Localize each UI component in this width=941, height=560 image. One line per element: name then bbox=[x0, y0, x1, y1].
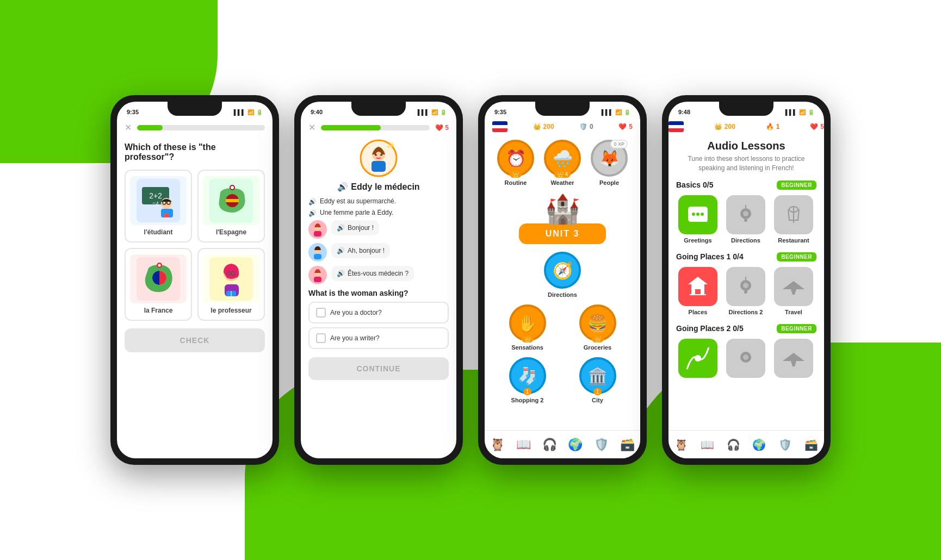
nav-cards-4[interactable]: 🗃️ bbox=[804, 438, 818, 451]
time-3: 9:35 bbox=[494, 109, 506, 115]
wifi-icon-3: 📶 bbox=[615, 109, 622, 115]
restaurant-img bbox=[774, 195, 813, 234]
close-button-2[interactable]: ✕ bbox=[308, 122, 315, 133]
xp-display: 👑 200 bbox=[533, 123, 554, 130]
audio-icon-1[interactable]: 🔊 bbox=[308, 198, 317, 206]
battery-icon-3: 🔋 bbox=[624, 109, 630, 115]
unit-item-directions[interactable]: 🧭 Directions bbox=[541, 252, 584, 298]
phones-container: 9:35 ▌▌▌ 📶 🔋 ✕ Which of these is "the pr… bbox=[110, 95, 831, 465]
unit-item-groceries[interactable]: 🍔 👑 Groceries bbox=[576, 304, 620, 351]
story-content: ✕ ❤️ 5 bbox=[301, 118, 456, 380]
svg-point-65 bbox=[744, 290, 747, 294]
quiz-card-1[interactable]: 2+2 =4 bbox=[125, 170, 192, 242]
checkbox-1[interactable] bbox=[316, 308, 326, 318]
card-label-3: la France bbox=[130, 307, 187, 314]
dialogue-2: 🔊 Ah, bonjour ! bbox=[308, 243, 449, 262]
story-line-1: 🔊 Eddy est au supermarché. bbox=[308, 197, 449, 206]
unit-item-city[interactable]: 🏛️ 1 City bbox=[576, 357, 620, 403]
nav-cards-3[interactable]: 🗃️ bbox=[620, 438, 635, 452]
svg-text:=4: =4 bbox=[152, 201, 159, 207]
lesson-restaurant[interactable]: Restaurant bbox=[772, 195, 815, 244]
unit-label-weather: Weather bbox=[550, 179, 574, 186]
section-header-basics: Basics 0/5 BEGINNER bbox=[676, 181, 816, 190]
units-scroll[interactable]: ⏰ 👑 Routine 🌧️ 👑 4 Weather bbox=[485, 135, 640, 438]
nav-book-3[interactable]: 📖 bbox=[516, 438, 531, 452]
quiz-card-3[interactable]: la France bbox=[125, 248, 192, 321]
nav-shield-4[interactable]: 🛡️ bbox=[778, 438, 792, 451]
option-2[interactable]: Are you a writer? bbox=[308, 327, 449, 349]
lesson-gp2-2[interactable] bbox=[724, 339, 767, 381]
notch-1 bbox=[168, 102, 222, 116]
bubble-3: 🔊 Êtes-vous médecin ? bbox=[331, 266, 414, 281]
unit-label-city: City bbox=[592, 397, 603, 403]
card-label-4: le professeur bbox=[203, 307, 259, 314]
status-icons-3: ▌▌▌ 📶 🔋 bbox=[602, 109, 630, 115]
check-button[interactable]: CHECK bbox=[125, 328, 265, 352]
option-text-1: Are you a doctor? bbox=[330, 309, 382, 316]
checkbox-2[interactable] bbox=[316, 333, 326, 343]
nav-globe-4[interactable]: 🌍 bbox=[752, 438, 766, 451]
nav-home-4[interactable]: 🦉 bbox=[674, 438, 688, 451]
hearts-display-4: ❤️ 5 bbox=[810, 123, 824, 130]
option-1[interactable]: Are you a doctor? bbox=[308, 302, 449, 323]
status-icons-2: ▌▌▌ 📶 🔋 bbox=[418, 109, 447, 115]
lesson-greetings[interactable]: Greetings bbox=[676, 195, 720, 244]
unit-circle-shopping2: 🧦 1 bbox=[509, 357, 546, 394]
hearts-display-2: ❤️ 5 bbox=[435, 124, 449, 132]
lesson-directions-1[interactable]: Directions bbox=[724, 195, 767, 244]
audio-icon-d3[interactable]: 🔊 bbox=[337, 270, 345, 277]
nav-book-4[interactable]: 📖 bbox=[701, 438, 714, 451]
wifi-icon: 📶 bbox=[247, 109, 254, 115]
nav-shield-3[interactable]: 🛡️ bbox=[594, 438, 609, 452]
card-image-2 bbox=[203, 176, 259, 225]
lesson-travel[interactable]: Travel bbox=[772, 267, 815, 315]
svg-rect-12 bbox=[226, 199, 239, 202]
audio-page-title: Audio Lessons bbox=[676, 140, 816, 152]
quiz-card-4[interactable]: le professeur bbox=[197, 248, 265, 321]
unit-item-sensations[interactable]: ✋ 👑 Sensations bbox=[506, 304, 549, 351]
unit-label-people: People bbox=[599, 179, 619, 186]
french-flag-4 bbox=[668, 121, 684, 132]
audio-icon-title[interactable]: 🔊 bbox=[337, 182, 348, 192]
svg-text:2+2: 2+2 bbox=[149, 191, 162, 200]
quiz-card-2[interactable]: l'Espagne bbox=[197, 170, 265, 242]
svg-point-30 bbox=[376, 152, 381, 157]
crown-sensations: 👑 bbox=[522, 335, 534, 343]
nav-headphone-4[interactable]: 🎧 bbox=[727, 438, 740, 451]
lesson-gp2-1[interactable] bbox=[676, 339, 720, 381]
close-button-1[interactable]: ✕ bbox=[125, 122, 132, 133]
audio-icon-d2[interactable]: 🔊 bbox=[337, 247, 345, 254]
lesson-places[interactable]: Places bbox=[676, 267, 720, 315]
shield-display: 🛡️ 0 bbox=[579, 123, 593, 130]
section-header-gp2: Going Places 2 0/5 BEGINNER bbox=[676, 324, 816, 333]
units-header: 👑 200 🛡️ 0 ❤️ 5 bbox=[485, 118, 640, 135]
svg-point-31 bbox=[375, 154, 377, 156]
unit-label-shopping2: Shopping 2 bbox=[511, 397, 544, 403]
audio-icon-d1[interactable]: 🔊 bbox=[337, 224, 345, 232]
unit-row-2: 🧭 Directions bbox=[492, 252, 633, 298]
beginner-badge-basics: BEGINNER bbox=[777, 181, 816, 190]
story-header: ✕ ❤️ 5 bbox=[308, 118, 449, 137]
audio-content: Audio Lessons Tune into these short less… bbox=[668, 135, 824, 458]
crown-icon: 👑 bbox=[533, 123, 541, 130]
lesson-gp2-3[interactable] bbox=[772, 339, 815, 381]
unit-item-routine[interactable]: ⏰ 👑 Routine bbox=[494, 140, 537, 186]
quiz-progress-bar bbox=[137, 125, 265, 130]
nav-headphone-3[interactable]: 🎧 bbox=[542, 438, 557, 452]
nav-globe-3[interactable]: 🌍 bbox=[568, 438, 583, 452]
unit-item-shopping2[interactable]: 🧦 1 Shopping 2 bbox=[506, 357, 549, 403]
unit-label-routine: Routine bbox=[505, 179, 527, 186]
lesson-directions-2[interactable]: Directions 2 bbox=[724, 267, 767, 315]
phone-quiz: 9:35 ▌▌▌ 📶 🔋 ✕ Which of these is "the pr… bbox=[110, 95, 279, 465]
wifi-icon-2: 📶 bbox=[431, 109, 438, 115]
audio-icon-2[interactable]: 🔊 bbox=[308, 209, 317, 217]
fire-value: 1 bbox=[776, 123, 780, 130]
gp2-3-img bbox=[774, 339, 813, 378]
unit-item-weather[interactable]: 🌧️ 👑 4 Weather bbox=[541, 140, 584, 186]
avatar-1 bbox=[308, 220, 327, 239]
notch-2 bbox=[351, 102, 406, 116]
continue-button[interactable]: CONTINUE bbox=[308, 357, 449, 380]
signal-icon-2: ▌▌▌ bbox=[418, 109, 429, 115]
nav-home-3[interactable]: 🦉 bbox=[490, 438, 505, 452]
unit-item-people[interactable]: 🦊 0 XP People bbox=[587, 140, 631, 186]
